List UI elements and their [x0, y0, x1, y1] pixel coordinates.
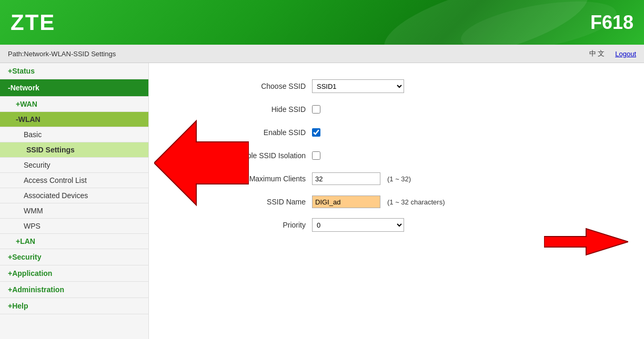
max-clients-control: (1 ~ 32): [312, 172, 411, 185]
choose-ssid-select[interactable]: SSID1 SSID2 SSID3 SSID4: [312, 79, 404, 93]
priority-select[interactable]: 0 1 2 3 4 5 6 7: [312, 218, 404, 232]
sidebar-item-wan[interactable]: +WAN: [0, 97, 148, 112]
main-container: +Status -Network +WAN -WLAN Basic SSID S…: [0, 63, 644, 339]
top-nav: Path:Network-WLAN-SSID Settings 中 文 Logo…: [0, 45, 644, 63]
choose-ssid-label: Choose SSID: [207, 82, 312, 90]
sidebar-item-lan[interactable]: +LAN: [0, 234, 148, 249]
content-area: Choose SSID SSID1 SSID2 SSID3 SSID4 Hide…: [149, 63, 644, 339]
enable-ssid-isolation-control: [312, 151, 320, 160]
sidebar-item-security-main[interactable]: +Security: [0, 249, 148, 265]
header: ZTE F618: [0, 0, 644, 45]
max-clients-row: Maximum Clients (1 ~ 32): [207, 171, 628, 186]
form-table: Choose SSID SSID1 SSID2 SSID3 SSID4 Hide…: [207, 79, 628, 232]
hide-ssid-row: Hide SSID: [207, 102, 628, 117]
top-nav-right: 中 文 Logout: [589, 49, 636, 58]
enable-ssid-isolation-checkbox[interactable]: [312, 151, 320, 160]
ssid-name-control: (1 ~ 32 characters): [312, 196, 445, 208]
hide-ssid-checkbox[interactable]: [312, 105, 320, 114]
language-button[interactable]: 中 文: [589, 49, 605, 58]
sidebar-item-security[interactable]: Security: [0, 158, 148, 173]
sidebar-item-wps[interactable]: WPS: [0, 219, 148, 234]
model-name: F618: [590, 12, 633, 34]
choose-ssid-control: SSID1 SSID2 SSID3 SSID4: [312, 79, 404, 93]
svg-marker-1: [544, 229, 628, 255]
sidebar-item-ssid-settings[interactable]: SSID Settings: [0, 142, 148, 158]
sidebar-item-status[interactable]: +Status: [0, 63, 148, 79]
right-arrow-annotation: [544, 226, 628, 258]
ssid-name-input[interactable]: [312, 196, 380, 208]
ssid-name-hint: (1 ~ 32 characters): [387, 198, 445, 206]
sidebar-item-acl[interactable]: Access Control List: [0, 173, 148, 188]
priority-label: Priority: [207, 221, 312, 229]
zte-logo: ZTE: [11, 10, 55, 35]
enable-ssid-isolation-row: Enable SSID Isolation: [207, 148, 628, 163]
sidebar-item-help[interactable]: +Help: [0, 298, 148, 314]
sidebar-item-associated[interactable]: Associated Devices: [0, 188, 148, 203]
svg-marker-0: [154, 121, 249, 205]
sidebar-item-application[interactable]: +Application: [0, 265, 148, 282]
ssid-name-row: SSID Name (1 ~ 32 characters): [207, 194, 628, 209]
left-arrow-annotation: [154, 105, 249, 221]
sidebar: +Status -Network +WAN -WLAN Basic SSID S…: [0, 63, 149, 339]
logout-button[interactable]: Logout: [615, 50, 636, 58]
sidebar-item-network[interactable]: -Network: [0, 79, 148, 97]
priority-control: 0 1 2 3 4 5 6 7: [312, 218, 404, 232]
enable-ssid-checkbox[interactable]: [312, 128, 320, 137]
sidebar-item-wmm[interactable]: WMM: [0, 203, 148, 219]
enable-ssid-control: [312, 128, 320, 137]
max-clients-hint: (1 ~ 32): [387, 175, 411, 183]
hide-ssid-control: [312, 105, 320, 114]
breadcrumb: Path:Network-WLAN-SSID Settings: [8, 50, 116, 58]
sidebar-item-basic[interactable]: Basic: [0, 127, 148, 142]
sidebar-item-administration[interactable]: +Administration: [0, 282, 148, 298]
enable-ssid-row: Enable SSID: [207, 125, 628, 140]
sidebar-item-wlan[interactable]: -WLAN: [0, 112, 148, 127]
choose-ssid-row: Choose SSID SSID1 SSID2 SSID3 SSID4: [207, 79, 628, 94]
max-clients-input[interactable]: [312, 172, 380, 185]
